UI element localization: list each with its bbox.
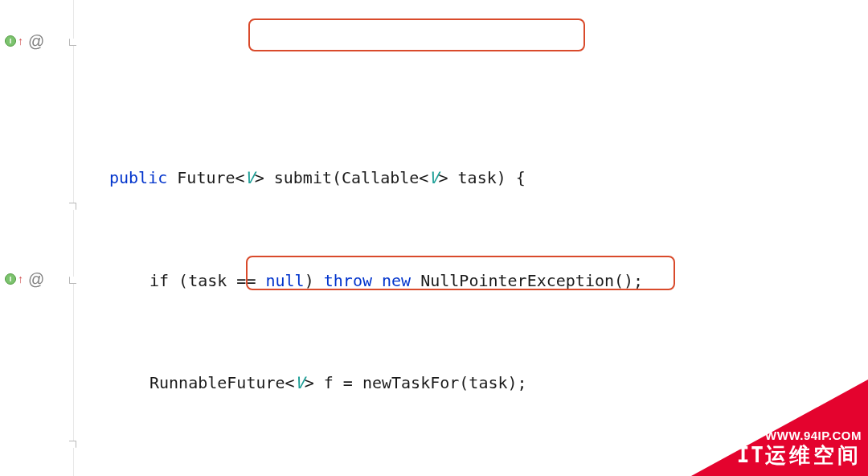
gutter-row-method2: ↑ @ — [0, 262, 73, 296]
code-text: > f = newTaskFor(task); — [305, 373, 527, 392]
keyword-null: null — [266, 271, 305, 290]
editor-gutter: ↑ @ ↑ @ — [0, 0, 74, 476]
gutter-row-method1: ↑ @ — [0, 24, 73, 58]
code-text: ) — [305, 271, 324, 290]
generic-type: V — [295, 373, 305, 392]
code-line[interactable]: public Future<V> submit(Callable<V> task… — [74, 161, 868, 195]
code-text: if (task == — [149, 271, 266, 290]
watermark-url: WWW.94IP.COM — [765, 429, 862, 442]
code-text: RunnableFuture< — [149, 373, 295, 392]
code-line[interactable]: if (task == null) throw new NullPointerE… — [74, 264, 868, 298]
override-marker-icon[interactable] — [5, 35, 16, 47]
return-type: Future<V> — [177, 168, 264, 187]
arrow-up-icon: ↑ — [18, 35, 23, 47]
annotation-icon: @ — [28, 32, 44, 51]
method-name: submit — [274, 168, 332, 187]
keyword-new: new — [382, 271, 411, 290]
param-name: task — [458, 168, 497, 187]
annotation-icon: @ — [28, 270, 44, 289]
keyword-public: public — [109, 168, 167, 187]
arrow-up-icon: ↑ — [18, 273, 23, 285]
watermark-text: IT运维空间 — [737, 441, 862, 470]
exception-class: NullPointerException — [420, 271, 614, 290]
param-type: Callable<V> — [342, 168, 448, 187]
override-marker-icon[interactable] — [5, 273, 16, 285]
keyword-throw: throw — [324, 271, 372, 290]
